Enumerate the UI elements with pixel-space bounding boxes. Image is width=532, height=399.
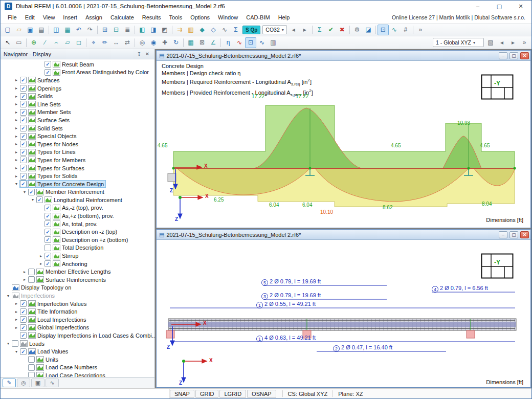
expander-icon[interactable]: ▸ — [13, 126, 20, 130]
copy-icon[interactable]: ◫ — [51, 25, 62, 35]
render-transparent-icon[interactable]: ◩ — [159, 25, 170, 35]
section-icon[interactable]: ⊠ — [196, 37, 208, 48]
tree-item[interactable]: ▸ ✓ Local Imperfections — [1, 316, 154, 324]
separator[interactable] — [172, 26, 172, 34]
draw-node-icon[interactable]: ⊕ — [28, 37, 39, 48]
menu-item[interactable]: Insert — [59, 13, 81, 22]
zoom-window-icon[interactable]: ◉ — [148, 37, 159, 48]
tree-item[interactable]: ▸ ✓ Surface Sets — [1, 116, 154, 124]
checkbox[interactable]: ✓ — [20, 77, 27, 83]
tree-item[interactable]: Total Description — [1, 244, 154, 252]
checkbox[interactable]: ✓ — [20, 93, 27, 100]
pin-icon[interactable]: ↧ — [135, 51, 143, 57]
checkbox[interactable]: ✓ — [20, 316, 27, 323]
checkbox[interactable]: ✓ — [20, 165, 27, 171]
tables-icon[interactable]: ⊞ — [99, 25, 110, 35]
next-view-icon[interactable]: ▸ — [507, 37, 519, 48]
viewport-top-titlebar[interactable]: ▤ 2021-07-15_Schulung-Betonbemessung_Mod… — [157, 51, 530, 61]
tree-item[interactable]: ▾ ✓ Load Values — [1, 347, 154, 356]
tree-item[interactable]: ▸ ✓ Title Information — [1, 307, 154, 316]
tree-item[interactable]: ✓ Front Areas Distinguished by Color — [1, 69, 154, 77]
expander-icon[interactable]: ▾ — [5, 294, 12, 298]
draw-line-icon[interactable]: ∕ — [39, 37, 51, 48]
expander-icon[interactable]: ▾ — [21, 190, 28, 194]
menu-item[interactable]: File — [4, 13, 21, 22]
active-loadcase-badge[interactable]: S Qp — [242, 26, 260, 34]
snap-toggle[interactable]: SNAP — [170, 390, 194, 398]
printout-report-icon[interactable]: ≣ — [122, 25, 133, 35]
tree-item[interactable]: ▸ ✓ Types for Solids — [1, 172, 154, 180]
concrete-design-view[interactable]: Concrete Design Members | Design check r… — [157, 61, 530, 228]
separator[interactable] — [220, 38, 221, 47]
checkbox[interactable]: ✓ — [20, 181, 27, 187]
dimension-icon[interactable]: ∠ — [208, 37, 219, 48]
expander-icon[interactable]: ▸ — [13, 102, 20, 106]
load-combinations-icon[interactable]: ◆ — [196, 25, 208, 35]
checkbox[interactable]: ✓ — [20, 149, 27, 156]
internal-forces-icon[interactable]: ∿ — [234, 37, 245, 48]
expander-icon[interactable]: ▸ — [13, 301, 20, 306]
checkbox[interactable]: ✓ — [20, 125, 27, 131]
settings-icon[interactable]: ⚙ — [351, 25, 363, 35]
checkbox[interactable]: ✓ — [20, 324, 27, 331]
render-solid-icon[interactable]: ◧ — [137, 25, 148, 35]
menu-item[interactable]: Assign — [81, 13, 106, 22]
loadcase-combo[interactable]: CO32▾ — [262, 25, 286, 34]
tree-item[interactable]: Units — [1, 356, 154, 364]
tree-item[interactable]: Load Case Descriptions — [1, 371, 154, 377]
separator[interactable] — [135, 26, 135, 34]
tree-item[interactable]: ✓ As,-z (top), prov. — [1, 204, 154, 212]
save-icon[interactable]: ▣ — [25, 25, 36, 35]
calculate-icon[interactable]: Σ — [314, 25, 325, 35]
tree-item[interactable]: ▾ ✓ Types for Concrete Design — [1, 180, 154, 188]
zoom-icon[interactable]: ◎ — [137, 37, 148, 48]
tree-item[interactable]: Load Case Numbers — [1, 364, 154, 372]
tree-item[interactable]: ▸ ✓ Anchoring — [1, 260, 154, 268]
tree-item[interactable]: ▾ Loads — [1, 340, 154, 348]
tree-item[interactable]: ▸ ✓ Openings — [1, 84, 154, 93]
delete-results-icon[interactable]: ✖ — [337, 25, 348, 35]
separator[interactable] — [183, 38, 184, 47]
checkbox[interactable]: ✓ — [20, 133, 27, 140]
expander-icon[interactable]: ▸ — [13, 317, 20, 322]
grid-toggle-icon[interactable]: # — [400, 25, 411, 35]
checkbox[interactable]: ✓ — [45, 69, 51, 76]
tree-item[interactable]: ▸ ✓ Member Sets — [1, 108, 154, 117]
tree-item[interactable]: ✓ As, total, prov. — [1, 220, 154, 228]
checkbox[interactable]: ✓ — [20, 173, 27, 180]
tree-item[interactable]: ▸ ✓ Types for Lines — [1, 148, 154, 157]
expander-icon[interactable]: ▸ — [21, 270, 28, 274]
grid-toggle[interactable]: GRID — [195, 390, 219, 398]
tree-item[interactable]: Display Topology on — [1, 284, 154, 292]
restore-button[interactable]: ▢ — [509, 231, 518, 238]
move-icon[interactable]: ↔ — [110, 37, 122, 48]
checkbox[interactable]: ✓ — [20, 157, 27, 163]
tree-item[interactable]: ▸ Member Effective Lengths — [1, 268, 154, 276]
navigator-header[interactable]: Navigator - Display ↧ ✕ — [1, 49, 154, 59]
checkbox[interactable]: ✓ — [20, 141, 27, 147]
check-design-icon[interactable]: ✔ — [325, 25, 337, 35]
minimize-button[interactable]: – — [467, 1, 489, 12]
draw-surface-icon[interactable]: ▱ — [62, 37, 73, 48]
checkbox[interactable]: ✓ — [45, 205, 51, 211]
tree-item[interactable]: ▸ ✓ Line Sets — [1, 100, 154, 108]
checkbox[interactable] — [28, 356, 35, 363]
menu-item[interactable]: Help — [274, 13, 294, 22]
tree-item[interactable]: ▾ ✓ Longitudinal Reinforcement — [1, 196, 154, 204]
minimize-button[interactable]: – — [499, 231, 507, 238]
separator[interactable] — [135, 38, 135, 47]
checkbox[interactable]: ✓ — [45, 260, 51, 267]
expander-icon[interactable]: ▸ — [13, 309, 20, 314]
tree-item[interactable]: ✓ As,+z (bottom), prov. — [1, 212, 154, 220]
tree-item[interactable]: ▸ ✓ Types for Nodes — [1, 140, 154, 148]
design-ratio-icon[interactable]: η — [223, 37, 234, 48]
menu-item[interactable]: Edit — [21, 13, 39, 22]
loadcase-next-icon[interactable]: ▸ — [299, 25, 311, 35]
expander-icon[interactable]: ▸ — [21, 277, 28, 282]
separator[interactable] — [413, 26, 413, 34]
checkbox[interactable]: ✓ — [20, 308, 27, 315]
close-button[interactable]: ✕ — [520, 231, 529, 238]
restore-button[interactable]: ▢ — [509, 52, 518, 59]
expander-icon[interactable]: ▸ — [13, 86, 20, 91]
checkbox[interactable]: ✓ — [45, 61, 51, 68]
